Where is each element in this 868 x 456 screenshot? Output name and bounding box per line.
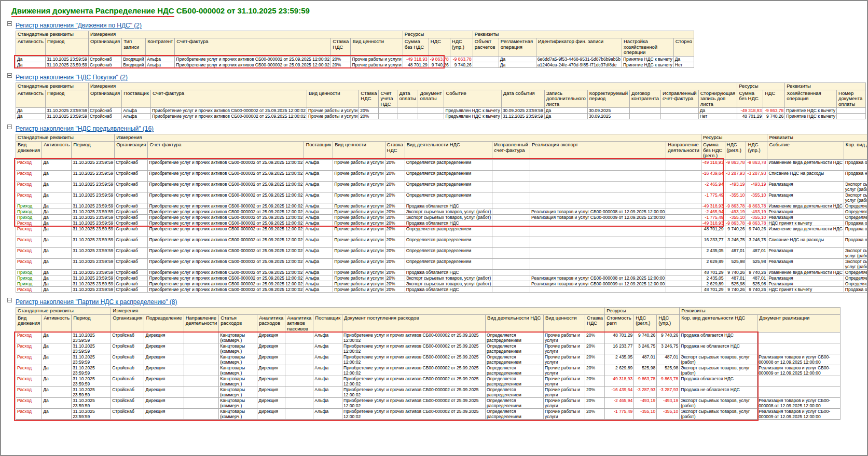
cell[interactable]: Приобретение услуг и прочих активов СБ00… bbox=[148, 203, 304, 209]
cell[interactable]: Расход bbox=[16, 387, 42, 398]
cell[interactable]: 3 246,75 bbox=[746, 237, 767, 247]
cell[interactable]: Определяется распределением bbox=[405, 181, 492, 192]
cell[interactable]: 20% bbox=[385, 192, 405, 203]
cell[interactable]: Стройснаб bbox=[88, 114, 121, 119]
cell[interactable]: 31.10.2025 23:59:59 bbox=[72, 409, 111, 420]
cell[interactable]: 9 740,26 bbox=[763, 114, 785, 119]
cell[interactable] bbox=[530, 286, 666, 292]
cell[interactable]: Предъявлен НДС к вычету bbox=[444, 108, 501, 114]
cell[interactable]: 20% bbox=[385, 269, 405, 275]
cell[interactable]: Реализация bbox=[767, 181, 844, 192]
table-row[interactable]: Да31.10.2025 23:59:59СтройснабАльфаПриоб… bbox=[16, 114, 866, 119]
cell[interactable]: Реализация bbox=[767, 247, 844, 258]
cell[interactable]: Да bbox=[42, 333, 72, 343]
cell[interactable]: Списание НДС на расходы bbox=[767, 170, 844, 181]
cell[interactable]: 20% bbox=[585, 409, 605, 420]
cell[interactable]: Определяется распределением bbox=[405, 192, 492, 203]
cell[interactable]: 20% bbox=[331, 56, 351, 62]
cell[interactable]: Альфа bbox=[313, 365, 342, 376]
cell[interactable] bbox=[492, 237, 530, 247]
cell[interactable]: Прочие работы и услуги bbox=[333, 220, 385, 226]
cell[interactable]: Приобретение услуг и прочих активов СБ00… bbox=[150, 114, 307, 119]
cell[interactable]: Определяется распределением bbox=[844, 209, 868, 214]
cell[interactable]: Продажа облагается НДС bbox=[844, 220, 868, 226]
cell[interactable]: Определяется распределением bbox=[405, 237, 492, 247]
cell[interactable]: 487,01 bbox=[725, 247, 746, 258]
cell[interactable]: 31.12.2025 23:59:59 bbox=[501, 114, 544, 119]
cell[interactable] bbox=[757, 333, 841, 343]
cell[interactable]: -49 318,93 bbox=[701, 203, 725, 209]
cell[interactable]: Альфа bbox=[304, 209, 333, 214]
cell[interactable]: Да bbox=[42, 247, 72, 258]
cell[interactable]: Прочие работы и услуги bbox=[333, 286, 385, 292]
cell[interactable]: 31.10.2025 23:59:59 bbox=[72, 170, 115, 181]
cell[interactable]: Приход bbox=[16, 203, 42, 209]
cell[interactable] bbox=[666, 269, 701, 275]
cell[interactable]: Приобретение услуг и прочих активов СБ00… bbox=[342, 354, 486, 365]
cell[interactable]: 31.10.2025 23:59:59 bbox=[45, 56, 88, 62]
cell[interactable] bbox=[666, 220, 701, 226]
cell[interactable]: Да bbox=[42, 258, 72, 269]
cell[interactable] bbox=[530, 226, 666, 237]
cell[interactable] bbox=[837, 108, 866, 114]
cell[interactable]: 2 629,89 bbox=[701, 258, 725, 269]
cell[interactable]: Да bbox=[16, 62, 46, 67]
cell[interactable]: Стройснаб bbox=[115, 275, 148, 281]
cell[interactable]: 31.10.2025 23:59:59 bbox=[72, 203, 115, 209]
cell[interactable]: -9 863,78 bbox=[450, 56, 473, 62]
cell[interactable]: Прочие работы и услуги bbox=[333, 247, 385, 258]
cell[interactable]: Да bbox=[42, 286, 72, 292]
cell[interactable]: Да bbox=[42, 237, 72, 247]
cell[interactable]: 9 740,26 bbox=[746, 269, 767, 275]
cell[interactable]: 48 701,29 bbox=[701, 269, 725, 275]
cell[interactable]: Расход bbox=[16, 343, 42, 354]
cell[interactable]: 487,01 bbox=[746, 275, 767, 281]
cell[interactable]: 20% bbox=[585, 398, 605, 409]
cell[interactable]: Канцтовары (коммерч.) bbox=[219, 343, 257, 354]
cell[interactable] bbox=[492, 192, 530, 203]
cell[interactable]: Экспорт сырьевых товаров, услуг (работ) bbox=[680, 398, 757, 409]
cell[interactable] bbox=[492, 226, 530, 237]
cell[interactable]: Приобретение услуг и прочих активов СБ00… bbox=[148, 275, 304, 281]
cell[interactable]: -493,19 bbox=[725, 181, 746, 192]
cell[interactable]: Стройснаб bbox=[115, 209, 148, 214]
cell[interactable]: Стройснаб bbox=[88, 62, 121, 67]
cell[interactable]: -1 775,49 bbox=[701, 214, 725, 220]
cell[interactable]: -9 863,78 bbox=[657, 376, 680, 387]
cell[interactable]: 3 246,75 bbox=[657, 343, 680, 354]
cell[interactable] bbox=[666, 192, 701, 203]
cell[interactable]: Приобретение услуг и прочих активов СБ00… bbox=[342, 365, 486, 376]
cell[interactable]: Стройснаб bbox=[111, 365, 144, 376]
cell[interactable]: 20% bbox=[585, 365, 605, 376]
table-row[interactable]: РасходДа31.10.2025 23:59:59СтройснабПрио… bbox=[16, 247, 868, 258]
cell[interactable]: Приход bbox=[16, 281, 42, 286]
cell[interactable]: 6e6dd7a5-9f53-4468-9531-5d87b6b9ab5b bbox=[536, 56, 622, 62]
cell[interactable]: Изменение вида деятельности НДС bbox=[767, 226, 844, 237]
cell[interactable] bbox=[379, 114, 397, 119]
cell[interactable]: Дирекция bbox=[257, 409, 285, 420]
cell[interactable]: 48 701,29 bbox=[737, 114, 763, 119]
cell[interactable] bbox=[530, 247, 666, 258]
cell[interactable]: Реализация товаров и услуг СБ00-000008 о… bbox=[757, 398, 841, 409]
cell[interactable] bbox=[530, 159, 666, 170]
cell[interactable]: Альфа bbox=[304, 220, 333, 226]
cell[interactable]: -2 465,94 bbox=[701, 181, 725, 192]
cell[interactable]: Приобретение услуг и прочих активов СБ00… bbox=[175, 62, 331, 67]
cell[interactable]: Приобретение услуг и прочих активов СБ00… bbox=[148, 214, 304, 220]
cell[interactable]: Канцтовары (коммерч.) bbox=[219, 333, 257, 343]
cell[interactable]: Расход bbox=[16, 159, 42, 170]
cell[interactable] bbox=[492, 181, 530, 192]
cell[interactable]: Прочие работы и услуги bbox=[544, 354, 585, 365]
cell[interactable] bbox=[666, 214, 701, 220]
cell[interactable]: Стройснаб bbox=[115, 203, 148, 209]
cell[interactable]: Расход bbox=[16, 286, 42, 292]
cell[interactable]: Альфа bbox=[304, 247, 333, 258]
cell[interactable]: Стройснаб bbox=[111, 343, 144, 354]
cell[interactable] bbox=[666, 247, 701, 258]
cell[interactable]: Прочие работы и услуги bbox=[351, 62, 403, 67]
cell[interactable]: Да bbox=[42, 159, 72, 170]
cell[interactable] bbox=[666, 237, 701, 247]
cell[interactable]: Прочие работы и услуги bbox=[351, 56, 403, 62]
cell[interactable] bbox=[492, 281, 530, 286]
cell[interactable] bbox=[418, 114, 444, 119]
